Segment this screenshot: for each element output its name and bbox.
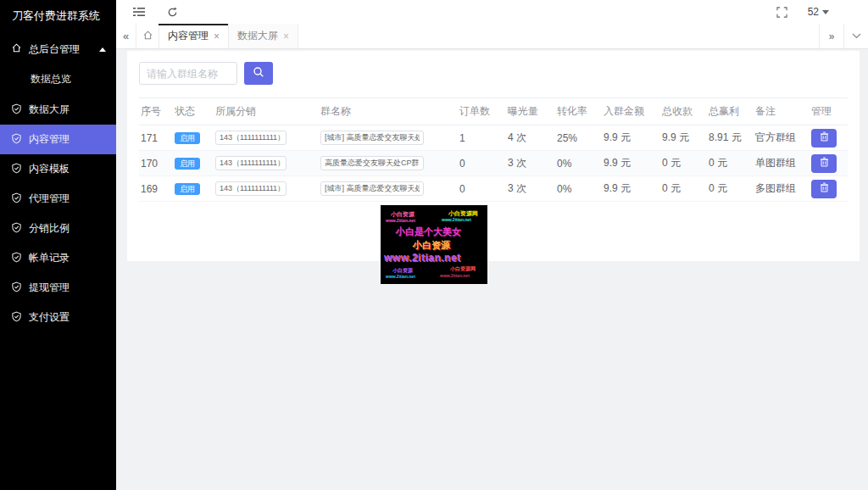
trash-icon [820, 157, 829, 170]
cell-exposure: 4 次 [506, 125, 555, 151]
tabs-scroll-left-button[interactable]: « [116, 24, 136, 48]
refresh-icon[interactable] [167, 7, 178, 18]
delete-button[interactable] [811, 129, 837, 148]
cell-conversion: 0% [555, 151, 602, 176]
status-badge: 启用 [175, 158, 200, 170]
sidebar-group-label: 总后台管理 [29, 42, 80, 57]
cell-status: 启用 [173, 151, 214, 176]
ad-headline: 小白是个大美女 [396, 227, 461, 237]
page-size-selector[interactable]: 52 [808, 6, 829, 18]
cell-distributor [214, 176, 319, 202]
app-title: 刀客付费进群系统 [0, 0, 116, 24]
group-name-input[interactable] [320, 181, 424, 196]
distributor-input[interactable] [215, 181, 287, 196]
table-row: 171启用14 次25%9.9 元9.9 元8.91 元官方群组 [139, 125, 848, 151]
tab-home-button[interactable] [136, 24, 159, 48]
tab[interactable]: 内容管理× [159, 24, 229, 48]
cell-group_name [319, 176, 458, 202]
group-name-input[interactable] [320, 131, 424, 145]
table-body: 171启用14 次25%9.9 元9.9 元8.91 元官方群组170启用03 … [139, 125, 848, 202]
tab-close-icon[interactable]: × [283, 31, 289, 42]
distributor-input[interactable] [215, 131, 287, 145]
cell-actions [810, 176, 848, 202]
ad-text: 小白资源 [391, 211, 415, 217]
sidebar-item[interactable]: 支付设置 [0, 303, 116, 332]
column-header: 转化率 [555, 98, 602, 125]
cell-group_name [319, 151, 458, 176]
sidebar-item[interactable]: 提现管理 [0, 273, 116, 303]
cell-total_received: 0 元 [660, 151, 707, 176]
menu-toggle-icon[interactable] [133, 7, 145, 17]
status-badge: 启用 [175, 132, 200, 145]
cell-actions [810, 151, 848, 176]
cell-orders: 0 [458, 151, 506, 176]
ad-text: 小白资源 [392, 268, 413, 273]
cell-conversion: 0% [555, 176, 602, 202]
ad-text: 小白资源网 [450, 266, 476, 271]
topbar: 52 [116, 0, 868, 24]
shield-check-icon [11, 103, 22, 117]
sidebar-item-label: 内容管理 [29, 132, 70, 147]
column-header: 备注 [754, 98, 810, 125]
tabbar-spacer [298, 24, 819, 48]
cell-remark: 官方群组 [754, 125, 810, 151]
cell-remark: 单图群组 [754, 151, 810, 176]
tab-label: 内容管理 [168, 29, 209, 43]
distributor-input[interactable] [215, 156, 287, 170]
shield-check-icon [11, 192, 22, 206]
sidebar-item[interactable]: 分销比例 [0, 214, 116, 243]
cell-exposure: 3 次 [506, 176, 555, 202]
column-header: 序号 [139, 98, 173, 125]
tabs-container: 内容管理×数据大屏× [159, 24, 298, 48]
tabbar: « 内容管理×数据大屏× » [116, 24, 868, 49]
sidebar-item[interactable]: 数据大屏 [0, 95, 116, 125]
tabs-scroll-right-button[interactable]: » [819, 24, 843, 48]
sidebar: 刀客付费进群系统 总后台管理 数据总览 数据大屏内容管理内容模板代理管理分销比例… [0, 0, 116, 490]
search-icon [253, 66, 264, 81]
column-header: 入群金额 [602, 98, 660, 125]
home-icon [11, 42, 22, 56]
page-size-value: 52 [808, 6, 819, 18]
shield-check-icon [11, 163, 22, 176]
status-badge: 启用 [175, 183, 200, 196]
fullscreen-icon[interactable] [776, 7, 787, 18]
cell-id: 170 [139, 151, 173, 176]
search-button[interactable] [244, 62, 273, 85]
group-name-input[interactable] [320, 156, 424, 170]
sidebar-item-label: 数据大屏 [29, 103, 70, 117]
sidebar-item[interactable]: 内容管理 [0, 125, 116, 154]
tab[interactable]: 数据大屏× [229, 24, 298, 48]
cell-distributor [214, 125, 319, 151]
sidebar-menu: 数据大屏内容管理内容模板代理管理分销比例帐单记录提现管理支付设置 [0, 95, 116, 332]
shield-check-icon [11, 252, 22, 265]
shield-check-icon [11, 133, 22, 147]
cell-distributor [214, 151, 319, 176]
ad-url: www.2itian.net [440, 274, 470, 278]
sidebar-item[interactable]: 代理管理 [0, 184, 116, 214]
sidebar-item-data-overview[interactable]: 数据总览 [0, 64, 116, 93]
watermark-ad-image: 小白资源 www.2itian.net 小白资源网 www.2itian.net… [381, 205, 487, 284]
sidebar-item[interactable]: 内容模板 [0, 154, 116, 184]
column-header: 所属分销 [214, 98, 319, 125]
sidebar-item-label: 提现管理 [29, 281, 70, 295]
trash-icon [820, 131, 829, 144]
column-header: 群名称 [319, 98, 458, 125]
sidebar-item[interactable]: 帐单记录 [0, 243, 116, 273]
sidebar-item-label: 分销比例 [29, 221, 70, 236]
ad-main-url: www.2itian.net [384, 253, 461, 263]
tabs-menu-button[interactable] [843, 24, 868, 48]
sidebar-item-label: 内容模板 [29, 162, 70, 176]
sidebar-group-admin[interactable]: 总后台管理 [0, 34, 116, 64]
search-input[interactable] [139, 62, 237, 85]
cell-orders: 1 [458, 125, 506, 151]
cell-join_amount: 9.9 元 [602, 125, 660, 151]
delete-button[interactable] [811, 154, 837, 173]
cell-join_amount: 9.9 元 [602, 176, 660, 202]
cell-id: 171 [139, 125, 173, 151]
cell-status: 启用 [173, 125, 214, 151]
cell-total_received: 9.9 元 [660, 125, 707, 151]
cell-actions [810, 125, 848, 151]
tab-close-icon[interactable]: × [214, 31, 220, 42]
delete-button[interactable] [811, 180, 837, 198]
cell-total_received: 0 元 [660, 176, 707, 202]
